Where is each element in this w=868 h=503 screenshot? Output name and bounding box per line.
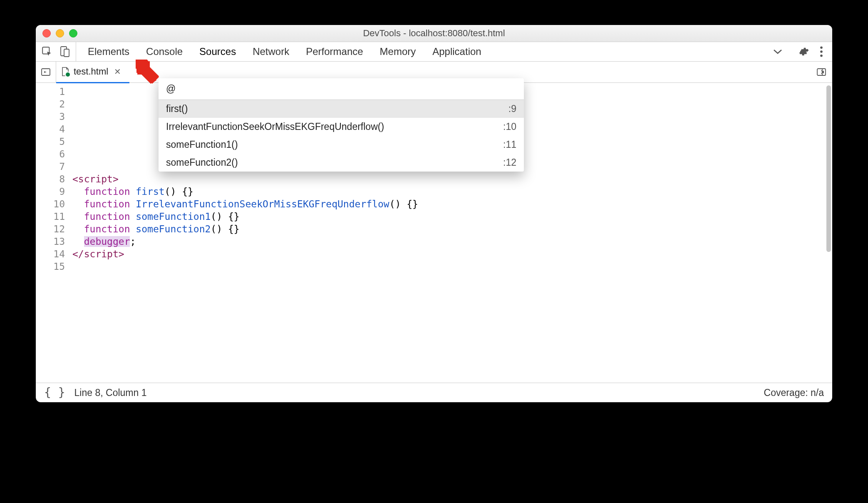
line-number[interactable]: 12	[36, 223, 65, 235]
stage: DevTools - localhost:8080/test.html E	[0, 0, 868, 503]
line-number[interactable]: 11	[36, 210, 65, 223]
code-line: debugger;	[72, 235, 832, 248]
status-left: { } Line 8, Column 1	[44, 387, 146, 398]
code-line: function someFunction1() {}	[72, 210, 832, 223]
command-menu-item-line: :10	[503, 121, 516, 132]
tab-performance[interactable]: Performance	[306, 46, 363, 57]
status-bar: { } Line 8, Column 1 Coverage: n/a	[36, 383, 832, 402]
command-menu-item[interactable]: first():9	[159, 100, 524, 118]
device-toolbar-icon[interactable]	[60, 46, 70, 57]
code-line: </script>	[72, 248, 832, 260]
svg-marker-8	[137, 61, 159, 84]
coverage-status: Coverage: n/a	[764, 387, 824, 398]
tab-console[interactable]: Console	[146, 46, 183, 57]
svg-marker-15	[139, 60, 160, 80]
line-number[interactable]: 4	[36, 123, 65, 135]
line-number[interactable]: 9	[36, 185, 65, 198]
svg-marker-13	[136, 60, 147, 71]
code-line: <script>	[72, 173, 832, 185]
traffic-lights	[42, 29, 77, 37]
command-menu-item-line: :11	[503, 139, 516, 150]
svg-point-4	[820, 50, 823, 53]
tab-network[interactable]: Network	[253, 46, 289, 57]
svg-point-3	[820, 46, 823, 49]
line-number[interactable]: 8	[36, 173, 65, 185]
filebar-left	[36, 62, 56, 82]
command-menu-item-label: first()	[166, 103, 188, 115]
line-number[interactable]: 3	[36, 110, 65, 123]
scrollbar-thumb[interactable]	[826, 85, 831, 252]
tab-memory[interactable]: Memory	[380, 46, 416, 57]
settings-icon[interactable]	[798, 46, 809, 57]
command-menu-item[interactable]: someFunction2():12	[159, 154, 524, 172]
line-number[interactable]: 15	[36, 260, 65, 273]
devtools-window: DevTools - localhost:8080/test.html E	[36, 25, 832, 402]
svg-marker-7	[138, 62, 158, 84]
code-line	[72, 260, 832, 273]
command-menu-item[interactable]: IrrelevantFunctionSeekOrMissEKGFreqUnder…	[159, 118, 524, 136]
line-number[interactable]: 10	[36, 198, 65, 210]
main-toolbar: ElementsConsoleSourcesNetworkPerformance…	[36, 42, 832, 62]
svg-marker-9	[136, 60, 157, 82]
svg-point-5	[820, 55, 823, 57]
line-number[interactable]: 6	[36, 148, 65, 160]
svg-rect-14	[136, 60, 149, 73]
command-menu-item-line: :12	[503, 157, 516, 168]
line-number[interactable]: 14	[36, 248, 65, 260]
line-number[interactable]: 2	[36, 98, 65, 110]
file-tab-test-html[interactable]: test.html ✕	[56, 61, 129, 83]
minimize-window-button[interactable]	[56, 29, 64, 37]
titlebar: DevTools - localhost:8080/test.html	[36, 25, 832, 42]
tab-elements[interactable]: Elements	[88, 46, 129, 57]
command-menu-list: first():9IrrelevantFunctionSeekOrMissEKG…	[159, 100, 524, 172]
inspect-element-icon[interactable]	[42, 46, 52, 57]
window-title: DevTools - localhost:8080/test.html	[36, 28, 832, 39]
command-menu: @ first():9IrrelevantFunctionSeekOrMissE…	[159, 78, 524, 172]
toolbar-right	[789, 42, 832, 61]
svg-marker-12	[139, 65, 156, 84]
more-tabs-icon[interactable]	[772, 48, 789, 55]
tab-sources[interactable]: Sources	[199, 46, 236, 57]
zoom-window-button[interactable]	[69, 29, 77, 37]
close-window-button[interactable]	[42, 29, 51, 37]
code-line: function first() {}	[72, 185, 832, 198]
file-tab-label: test.html	[74, 66, 108, 77]
file-icon	[61, 67, 69, 77]
kebab-menu-icon[interactable]	[820, 46, 823, 57]
pretty-print-icon[interactable]: { }	[44, 387, 65, 398]
command-menu-item-label: someFunction1()	[166, 139, 238, 150]
command-menu-item[interactable]: someFunction1():11	[159, 136, 524, 154]
line-number[interactable]: 13	[36, 235, 65, 248]
toggle-navigator-icon[interactable]	[41, 67, 51, 77]
command-menu-item-label: someFunction2()	[166, 157, 238, 168]
filebar-right	[811, 62, 832, 82]
tab-application[interactable]: Application	[432, 46, 481, 57]
command-menu-input[interactable]: @	[159, 78, 524, 100]
annotation-arrow-icon	[136, 60, 161, 85]
command-menu-item-label: IrrelevantFunctionSeekOrMissEKGFreqUnder…	[166, 121, 384, 132]
close-tab-icon[interactable]: ✕	[112, 67, 123, 77]
code-line: function someFunction2() {}	[72, 223, 832, 235]
code-line: function IrrelevantFunctionSeekOrMissEKG…	[72, 198, 832, 210]
cursor-position: Line 8, Column 1	[74, 387, 147, 398]
svg-marker-10	[142, 67, 157, 82]
svg-rect-16	[817, 69, 826, 75]
line-number-gutter: 123456789101112131415	[36, 83, 69, 383]
panel-tabs: ElementsConsoleSourcesNetworkPerformance…	[76, 42, 772, 61]
toolbar-left	[36, 42, 76, 61]
toggle-debugger-pane-icon[interactable]	[816, 67, 826, 77]
line-number[interactable]: 5	[36, 135, 65, 148]
line-number[interactable]: 7	[36, 160, 65, 173]
command-menu-item-line: :9	[508, 103, 516, 115]
svg-rect-2	[64, 49, 69, 57]
line-number[interactable]: 1	[36, 85, 65, 98]
